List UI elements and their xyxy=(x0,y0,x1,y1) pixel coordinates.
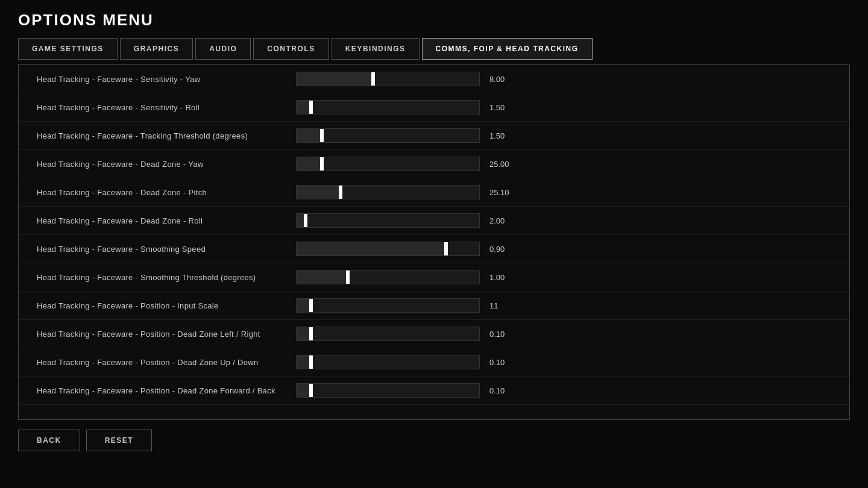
setting-value: 8.00 xyxy=(480,75,522,84)
setting-label: Head Tracking - Faceware - Position - De… xyxy=(37,386,296,395)
slider[interactable] xyxy=(296,383,480,398)
slider[interactable] xyxy=(296,157,480,171)
tab-audio[interactable]: AUDIO xyxy=(195,38,251,60)
table-row: Head Tracking - Faceware - Position - De… xyxy=(19,320,849,348)
setting-label: Head Tracking - Faceware - Dead Zone - R… xyxy=(37,216,296,225)
table-row: Head Tracking - Faceware - Sensitivity -… xyxy=(19,65,849,93)
table-row: Head Tracking - Faceware - Position - In… xyxy=(19,292,849,320)
table-row: Head Tracking - Faceware - Dead Zone - R… xyxy=(19,207,849,235)
setting-value: 2.00 xyxy=(480,216,522,225)
slider[interactable] xyxy=(296,355,480,369)
slider[interactable] xyxy=(296,242,480,256)
slider[interactable] xyxy=(296,213,480,228)
slider[interactable] xyxy=(296,128,480,143)
table-row: Head Tracking - Faceware - Dead Zone - P… xyxy=(19,178,849,207)
tab-game-settings[interactable]: GAME SETTINGS xyxy=(18,38,118,60)
setting-label: Head Tracking - Faceware - Smoothing Thr… xyxy=(37,273,296,282)
setting-value: 0.10 xyxy=(480,386,522,395)
setting-value: 1.50 xyxy=(480,103,522,112)
setting-value: 0.90 xyxy=(480,245,522,254)
tab-graphics[interactable]: GRAPHICS xyxy=(120,38,193,60)
setting-value: 1.50 xyxy=(480,131,522,140)
table-row: Head Tracking - Faceware - Sensitivity -… xyxy=(19,93,849,122)
setting-label: Head Tracking - Faceware - Sensitivity -… xyxy=(37,103,296,112)
setting-label: Head Tracking - Faceware - Sensitivity -… xyxy=(37,75,296,84)
setting-label: Head Tracking - Faceware - Dead Zone - P… xyxy=(37,188,296,197)
slider[interactable] xyxy=(296,298,480,313)
table-row: Head Tracking - Faceware - Tracking Thre… xyxy=(19,122,849,150)
setting-value: 11 xyxy=(480,301,522,310)
slider[interactable] xyxy=(296,72,480,86)
setting-label: Head Tracking - Faceware - Position - De… xyxy=(37,358,296,367)
setting-value: 25.10 xyxy=(480,188,522,197)
tab-bar: GAME SETTINGSGRAPHICSAUDIOCONTROLSKEYBIN… xyxy=(0,38,868,60)
slider[interactable] xyxy=(296,327,480,341)
setting-value: 0.10 xyxy=(480,358,522,367)
setting-value: 0.10 xyxy=(480,330,522,339)
table-row: Head Tracking - Faceware - Smoothing Thr… xyxy=(19,263,849,292)
slider[interactable] xyxy=(296,270,480,284)
tab-keybindings[interactable]: KEYBINDINGS xyxy=(332,38,420,60)
table-row: Head Tracking - Faceware - Dead Zone - Y… xyxy=(19,150,849,178)
setting-label: Head Tracking - Faceware - Tracking Thre… xyxy=(37,131,296,140)
table-row: Head Tracking - Faceware - Smoothing Spe… xyxy=(19,235,849,263)
setting-label: Head Tracking - Faceware - Position - In… xyxy=(37,301,296,310)
page-title: OPTIONS MENU xyxy=(0,0,868,38)
setting-label: Head Tracking - Faceware - Dead Zone - Y… xyxy=(37,160,296,169)
slider[interactable] xyxy=(296,185,480,199)
table-row: Head Tracking - Faceware - Position - De… xyxy=(19,377,849,405)
content-panel[interactable]: Head Tracking - Faceware - Sensitivity -… xyxy=(18,64,850,420)
setting-value: 1.00 xyxy=(480,273,522,282)
tab-comms-foip[interactable]: COMMS, FOIP & HEAD TRACKING xyxy=(422,38,593,60)
reset-button[interactable]: RESET xyxy=(86,430,153,451)
setting-label: Head Tracking - Faceware - Smoothing Spe… xyxy=(37,245,296,254)
bottom-bar: BACK RESET xyxy=(0,420,868,461)
table-row: Head Tracking - Faceware - Position - De… xyxy=(19,348,849,377)
tab-controls[interactable]: CONTROLS xyxy=(253,38,329,60)
setting-value: 25.00 xyxy=(480,160,522,169)
slider[interactable] xyxy=(296,100,480,114)
back-button[interactable]: BACK xyxy=(18,430,80,451)
setting-label: Head Tracking - Faceware - Position - De… xyxy=(37,330,296,339)
